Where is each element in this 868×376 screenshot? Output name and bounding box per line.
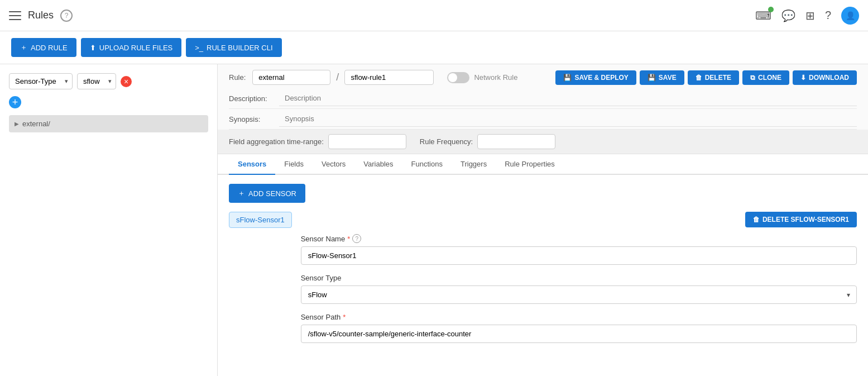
save-label: SAVE (659, 74, 677, 82)
tree-item-external[interactable]: ▶ external/ (9, 115, 208, 132)
cli-icon: >_ (195, 44, 203, 52)
upload-label: UPLOAD RULE FILES (99, 44, 173, 52)
rule-freq-input[interactable] (477, 134, 555, 149)
add-filter-button[interactable]: + (9, 96, 21, 108)
notifications-help-icon[interactable]: ? (825, 9, 831, 22)
sensor-name-group: Sensor Name * ? (301, 234, 857, 265)
nav-title: Rules (28, 9, 54, 21)
upload-rule-files-button[interactable]: ⬆ UPLOAD RULE FILES (81, 38, 182, 57)
tabs-bar: Sensors Fields Vectors Variables Functio… (218, 154, 868, 175)
nav-right: ⌨ 💬 ⊞ ? 👤 (755, 7, 859, 25)
menu-icon[interactable] (9, 11, 21, 20)
rule-name-input[interactable] (344, 70, 434, 85)
sensor-type-group: Sensor Type sFlow NetFlow IPFIX gRPC ▾ (301, 274, 857, 304)
grid-icon[interactable]: ⊞ (805, 9, 815, 22)
field-agg-wrapper: Field aggregation time-range: (229, 134, 406, 149)
add-sensor-icon: ＋ (238, 188, 245, 198)
network-rule-toggle[interactable] (447, 72, 469, 83)
main-layout: Sensor-Type ▾ sflow ▾ × + ▶ external/ Ru… (0, 64, 868, 376)
delete-button[interactable]: 🗑 DELETE (688, 70, 739, 85)
rule-builder-cli-button[interactable]: >_ RULE BUILDER CLI (186, 38, 281, 57)
save-icon: 💾 (648, 74, 656, 82)
top-nav: Rules ? ⌨ 💬 ⊞ ? 👤 (0, 0, 868, 31)
delete-icon: 🗑 (696, 74, 702, 82)
sensor-type-select[interactable]: Sensor-Type (9, 73, 73, 89)
download-button[interactable]: ⬇ DOWNLOAD (793, 70, 857, 85)
clone-icon: ⧉ (750, 74, 755, 82)
sensor-name-required: * (347, 235, 350, 243)
sensor-path-label: Sensor Path * (301, 313, 857, 321)
help-icon[interactable]: ? (60, 9, 73, 22)
save-button[interactable]: 💾 SAVE (640, 70, 684, 85)
clone-label: CLONE (758, 74, 781, 82)
sensor-type-select-wrapper: sFlow NetFlow IPFIX gRPC ▾ (301, 285, 857, 304)
delete-label: DELETE (705, 74, 731, 82)
tab-functions[interactable]: Functions (402, 154, 452, 175)
field-agg-label: Field aggregation time-range: (229, 137, 324, 146)
add-rule-label: ADD RULE (31, 44, 68, 52)
sensor-form: 🗑 DELETE SFLOW-SENSOR1 Sensor Name * ? (301, 212, 857, 352)
rule-freq-wrapper: Rule Frequency: (420, 134, 555, 149)
field-agg-input[interactable] (328, 134, 406, 149)
add-sensor-button[interactable]: ＋ ADD SENSOR (229, 184, 305, 203)
description-label: Description: (229, 94, 279, 103)
network-rule-label: Network Rule (474, 73, 517, 82)
sensor-path-input[interactable] (301, 325, 857, 343)
delete-sensor-icon: 🗑 (753, 216, 760, 223)
sensor-name-input[interactable] (301, 246, 857, 265)
sensor-name-info-icon[interactable]: ? (352, 234, 361, 243)
rule-label: Rule: (229, 73, 246, 82)
save-deploy-label: SAVE & DEPLOY (574, 74, 628, 82)
tab-vectors[interactable]: Vectors (313, 154, 354, 175)
save-deploy-icon: 💾 (563, 74, 572, 82)
filter-row: Sensor-Type ▾ sflow ▾ × (9, 73, 208, 89)
delete-sensor-button[interactable]: 🗑 DELETE SFLOW-SENSOR1 (745, 212, 857, 227)
synopsis-input[interactable] (279, 111, 857, 127)
clone-button[interactable]: ⧉ CLONE (742, 70, 789, 85)
toggle-knob (448, 73, 457, 82)
rule-action-buttons: 💾 SAVE & DEPLOY 💾 SAVE 🗑 DELETE ⧉ CLONE (555, 70, 857, 85)
sensor-type-select-wrapper: Sensor-Type ▾ (9, 73, 73, 89)
delete-sensor-label: DELETE SFLOW-SENSOR1 (763, 216, 849, 223)
rule-separator: / (336, 72, 339, 83)
tree-arrow-icon: ▶ (15, 121, 19, 127)
download-icon: ⬇ (800, 74, 806, 82)
user-avatar[interactable]: 👤 (841, 7, 859, 25)
download-label: DOWNLOAD (809, 74, 849, 82)
tree-item-label: external/ (22, 120, 50, 128)
filter-value-select[interactable]: sflow (77, 73, 116, 89)
sensors-tab-content: ＋ ADD SENSOR sFlow-Sensor1 🗑 DELETE SFLO… (218, 175, 868, 376)
network-rule-toggle-wrapper: Network Rule (447, 72, 517, 83)
left-panel: Sensor-Type ▾ sflow ▾ × + ▶ external/ (0, 64, 218, 376)
sensor-path-group: Sensor Path * (301, 313, 857, 343)
sensor-chip[interactable]: sFlow-Sensor1 (229, 212, 292, 228)
sensor-chip-label: sFlow-Sensor1 (236, 216, 285, 224)
save-deploy-button[interactable]: 💾 SAVE & DEPLOY (555, 70, 636, 85)
sensor-name-label: Sensor Name * ? (301, 234, 857, 243)
clear-filter-button[interactable]: × (121, 76, 132, 87)
add-sensor-label: ADD SENSOR (248, 189, 296, 198)
rule-freq-label: Rule Frequency: (420, 137, 473, 146)
synopsis-label: Synopsis: (229, 115, 279, 123)
add-icon: ＋ (20, 42, 27, 53)
keyboard-icon[interactable]: ⌨ (755, 9, 771, 22)
rule-namespace-input[interactable] (252, 70, 330, 85)
action-bar: ＋ ADD RULE ⬆ UPLOAD RULE FILES >_ RULE B… (0, 31, 868, 64)
tab-triggers[interactable]: Triggers (452, 154, 496, 175)
add-rule-button[interactable]: ＋ ADD RULE (11, 38, 76, 57)
tab-sensors[interactable]: Sensors (229, 154, 275, 175)
sensor-path-required: * (343, 313, 346, 321)
description-input[interactable] (279, 91, 857, 106)
sensor-type-form-select[interactable]: sFlow NetFlow IPFIX gRPC (301, 285, 857, 304)
tab-variables[interactable]: Variables (354, 154, 402, 175)
upload-icon: ⬆ (90, 44, 96, 52)
sensor-type-label: Sensor Type (301, 274, 857, 282)
tab-fields[interactable]: Fields (275, 154, 313, 175)
chat-icon[interactable]: 💬 (781, 9, 795, 22)
cli-label: RULE BUILDER CLI (207, 44, 272, 52)
nav-left: Rules ? (9, 9, 73, 22)
tab-rule-properties[interactable]: Rule Properties (496, 154, 564, 175)
filter-value-select-wrapper: sflow ▾ (77, 73, 116, 89)
right-panel: Rule: / Network Rule 💾 SAVE & DEPLOY (218, 64, 868, 376)
